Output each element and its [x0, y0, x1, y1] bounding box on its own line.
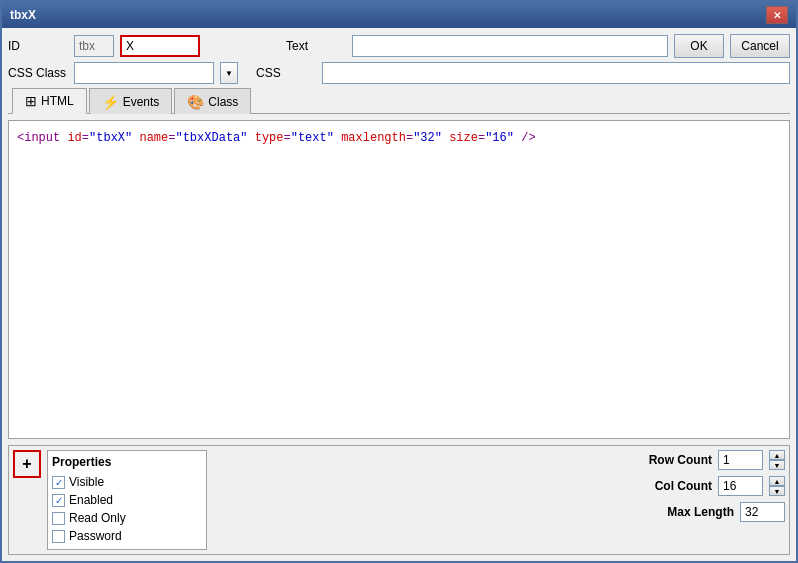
readonly-checkbox[interactable]	[52, 512, 65, 525]
content-area: ID Text OK Cancel CSS Class ▼ CSS ⊞ HTML…	[2, 28, 796, 561]
visible-label: Visible	[69, 475, 104, 489]
plus-button[interactable]: +	[13, 450, 41, 478]
tab-events-label: Events	[123, 95, 160, 109]
html-editor[interactable]: <input id="tbxX" name="tbxXData" type="t…	[8, 120, 790, 439]
main-window: tbxX ✕ ID Text OK Cancel CSS Class ▼ CSS	[0, 0, 798, 563]
col-count-spinner: ▲ ▼	[769, 476, 785, 496]
password-item: Password	[52, 527, 202, 545]
text-label: Text	[286, 39, 346, 53]
row-count-label: Row Count	[632, 453, 712, 467]
text-input[interactable]	[352, 35, 668, 57]
col-count-label: Col Count	[632, 479, 712, 493]
col-count-down[interactable]: ▼	[769, 486, 785, 496]
tab-class[interactable]: 🎨 Class	[174, 88, 251, 114]
properties-title: Properties	[52, 455, 202, 469]
id-prefix-field[interactable]	[74, 35, 114, 57]
css-input[interactable]	[322, 62, 790, 84]
properties-panel: Properties Visible Enabled Read Only	[47, 450, 207, 550]
enabled-label: Enabled	[69, 493, 113, 507]
css-class-dropdown[interactable]: ▼	[220, 62, 238, 84]
row-count-row: Row Count 1 ▲ ▼	[632, 450, 785, 470]
col-count-row: Col Count 16 ▲ ▼	[632, 476, 785, 496]
html-code-display: <input id="tbxX" name="tbxXData" type="t…	[17, 129, 781, 147]
readonly-label: Read Only	[69, 511, 126, 525]
bottom-section: + Properties Visible Enabled Read Only	[8, 445, 790, 555]
id-text-row: ID Text OK Cancel	[8, 34, 790, 58]
css-class-input[interactable]	[74, 62, 214, 84]
password-label: Password	[69, 529, 122, 543]
right-properties: Row Count 1 ▲ ▼ Col Count 16 ▲ ▼	[632, 450, 785, 522]
props-and-right: Properties Visible Enabled Read Only	[47, 450, 785, 550]
class-tab-icon: 🎨	[187, 94, 204, 110]
css-row: CSS Class ▼ CSS	[8, 62, 790, 84]
row-count-value: 1	[718, 450, 763, 470]
title-bar-controls: ✕	[766, 6, 788, 24]
enabled-checkbox[interactable]	[52, 494, 65, 507]
tabs-bar: ⊞ HTML ⚡ Events 🎨 Class	[8, 88, 790, 114]
enabled-item: Enabled	[52, 491, 202, 509]
password-checkbox[interactable]	[52, 530, 65, 543]
tab-events[interactable]: ⚡ Events	[89, 88, 173, 114]
id-label: ID	[8, 39, 68, 53]
visible-item: Visible	[52, 473, 202, 491]
row-count-spinner: ▲ ▼	[769, 450, 785, 470]
row-count-up[interactable]: ▲	[769, 450, 785, 460]
html-tab-icon: ⊞	[25, 93, 37, 109]
col-count-value: 16	[718, 476, 763, 496]
id-value-field[interactable]	[120, 35, 200, 57]
max-length-row: Max Length 32	[632, 502, 785, 522]
title-bar: tbxX ✕	[2, 2, 796, 28]
max-length-value: 32	[740, 502, 785, 522]
readonly-item: Read Only	[52, 509, 202, 527]
tab-class-label: Class	[208, 95, 238, 109]
css-class-label: CSS Class	[8, 66, 68, 80]
visible-checkbox[interactable]	[52, 476, 65, 489]
ok-button[interactable]: OK	[674, 34, 724, 58]
col-count-up[interactable]: ▲	[769, 476, 785, 486]
window-title: tbxX	[10, 8, 36, 22]
tab-html-label: HTML	[41, 94, 74, 108]
max-length-label: Max Length	[654, 505, 734, 519]
events-tab-icon: ⚡	[102, 94, 119, 110]
cancel-button[interactable]: Cancel	[730, 34, 790, 58]
close-button[interactable]: ✕	[766, 6, 788, 24]
tab-html[interactable]: ⊞ HTML	[12, 88, 87, 114]
row-count-down[interactable]: ▼	[769, 460, 785, 470]
css-label: CSS	[256, 66, 316, 80]
